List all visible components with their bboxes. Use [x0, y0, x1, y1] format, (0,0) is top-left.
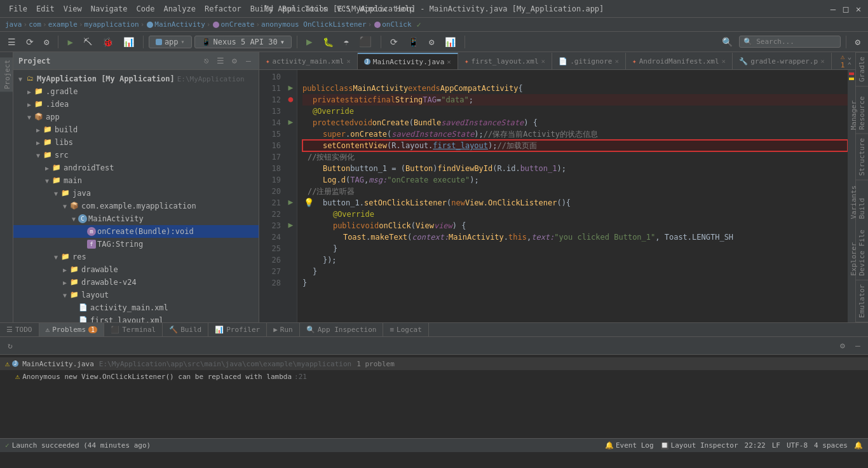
first-layout-link[interactable]: first_layout: [433, 140, 488, 151]
tab-run[interactable]: ▶ Run: [267, 323, 300, 336]
tab-problems[interactable]: ⚠ Problems 1: [39, 323, 105, 336]
tab-terminal[interactable]: ⬛ Terminal: [104, 323, 163, 336]
tree-app[interactable]: ▼ 📦 app: [13, 111, 259, 123]
project-tab[interactable]: Project: [0, 57, 13, 92]
toolbar-analyze-icon[interactable]: 🐞: [98, 36, 117, 48]
search-everywhere-btn[interactable]: 🔍: [718, 36, 736, 48]
warnings-indicator[interactable]: ⚠ 1 ⌄ ⌃: [837, 53, 855, 69]
avd-btn[interactable]: 📱: [404, 36, 423, 48]
tab-close-3[interactable]: ×: [541, 57, 546, 65]
tree-java[interactable]: ▼ 📁 java: [13, 187, 259, 200]
problem-file-row[interactable]: ⚠ J MainActivity.java E:\MyApplication\a…: [0, 357, 868, 370]
tab-close-5[interactable]: ×: [722, 57, 726, 65]
run-button[interactable]: ▶: [302, 34, 316, 49]
tab-close-1[interactable]: ×: [346, 57, 351, 65]
problems-settings[interactable]: ⚙: [837, 341, 848, 351]
sync-btn[interactable]: ⟳: [386, 36, 402, 48]
event-log-btn[interactable]: 🔔 Event Log: [605, 441, 654, 450]
encoding-btn[interactable]: UTF-8: [787, 441, 808, 450]
settings-btn[interactable]: ⚙: [851, 36, 864, 48]
warning-bulb-21[interactable]: 💡: [304, 197, 314, 209]
panel-minimize[interactable]: —: [243, 56, 254, 66]
bc-mainactivity[interactable]: MainActivity: [154, 20, 205, 29]
tab-close-4[interactable]: ×: [614, 57, 619, 65]
tree-src[interactable]: ▼ 📁 src: [13, 149, 259, 162]
tree-root[interactable]: ▼ 🗂 MyApplication [My Application] E:\My…: [13, 72, 259, 85]
tree-idea[interactable]: ▶ 📁 .idea: [13, 98, 259, 111]
tree-package[interactable]: ▼ 📦 com.example.myapplication: [13, 200, 259, 212]
panel-gear[interactable]: ⚙: [229, 56, 240, 66]
problems-close[interactable]: —: [853, 341, 863, 351]
menu-view[interactable]: View: [60, 3, 86, 15]
tree-tag[interactable]: f TAG:String: [13, 238, 259, 251]
toolbar-icon-3[interactable]: ⚙: [40, 36, 53, 48]
sdk-btn[interactable]: ⚙: [425, 36, 438, 48]
toolbar-icon-2[interactable]: ⟳: [22, 36, 37, 48]
device-selector[interactable]: 📱 Nexus 5 API 30 ▾: [194, 36, 292, 48]
tab-close-2[interactable]: ×: [447, 58, 451, 66]
tab-todo[interactable]: ☰ TODO: [0, 323, 39, 336]
tab-gitignore[interactable]: 📄 .gitignore ×: [552, 53, 626, 69]
tab-app-inspection[interactable]: 🔍 App Inspection: [300, 323, 384, 336]
menu-analyze[interactable]: Analyze: [159, 3, 200, 15]
tree-activity-main-xml[interactable]: 📄 activity_main.xml: [13, 301, 259, 314]
toolbar-run-icon[interactable]: ⛏: [79, 36, 96, 48]
tree-main[interactable]: ▼ 📁 main: [13, 174, 259, 187]
app-selector[interactable]: app ▾: [149, 36, 192, 48]
tab-gradle-wrapper[interactable]: 🔧 gradle-wrapper.p ×: [733, 53, 832, 69]
gradle-tab[interactable]: Gradle: [856, 52, 868, 86]
tab-mainactivity-java[interactable]: J MainActivity.java ×: [358, 53, 458, 69]
code-editor[interactable]: public class MainActivity extends AppCom…: [297, 70, 848, 322]
resource-manager-tab[interactable]: Resource Manager: [856, 86, 868, 134]
tab-close-6[interactable]: ×: [820, 57, 825, 65]
menu-code[interactable]: Code: [133, 3, 159, 15]
tab-first-layout-xml[interactable]: ✦ first_layout.xml ×: [458, 53, 552, 69]
tree-libs[interactable]: ▶ 📁 libs: [13, 136, 259, 149]
maximize-button[interactable]: □: [841, 4, 850, 13]
tree-res[interactable]: ▼ 📁 res: [13, 251, 259, 263]
menu-refactor[interactable]: Refactor: [201, 3, 245, 15]
build-variants-tab[interactable]: Build Variants: [856, 180, 868, 223]
menu-edit[interactable]: Edit: [32, 3, 58, 15]
panel-settings[interactable]: ☰: [215, 56, 226, 66]
tab-activity-main-xml[interactable]: ✦ activity_main.xml ×: [259, 53, 358, 69]
bc-oncreate[interactable]: onCreate: [220, 20, 254, 29]
tab-logcat[interactable]: ≡ Logcat: [383, 323, 428, 336]
bc-anon[interactable]: anonymous OnClickListener: [261, 20, 367, 29]
minimize-button[interactable]: —: [829, 4, 837, 13]
tree-drawable[interactable]: ▶ 📁 drawable: [13, 263, 259, 276]
panel-external-link[interactable]: ⎋: [201, 56, 212, 66]
structure-tab[interactable]: Structure: [856, 134, 868, 180]
tab-androidmanifest[interactable]: ✦ AndroidManifest.xml ×: [626, 53, 733, 69]
toolbar-debug-icon[interactable]: ▶: [64, 36, 76, 48]
stop-button[interactable]: ⬛: [355, 34, 376, 49]
tree-oncreate[interactable]: m onCreate(Bundle):void: [13, 225, 259, 238]
tree-layout[interactable]: ▼ 📁 layout: [13, 289, 259, 301]
menu-navigate[interactable]: Navigate: [87, 3, 132, 15]
notifications-btn[interactable]: 🔔: [854, 441, 863, 450]
close-button[interactable]: ✕: [854, 4, 863, 13]
profiler-btn[interactable]: 📊: [441, 36, 459, 48]
toolbar-profile-icon[interactable]: 📊: [119, 36, 138, 48]
emulator-tab[interactable]: Emulator: [856, 280, 868, 322]
tree-build[interactable]: ▶ 📁 build: [13, 123, 259, 136]
toolbar-icon-1[interactable]: ☰: [4, 36, 20, 48]
tab-profiler[interactable]: 📊 Profiler: [208, 323, 267, 336]
tree-drawable-v24[interactable]: ▶ 📁 drawable-v24: [13, 276, 259, 289]
bc-onclick[interactable]: onClick: [382, 20, 411, 29]
menu-file[interactable]: File: [5, 3, 31, 15]
debug-button[interactable]: 🐛: [319, 36, 337, 48]
tree-gradle[interactable]: ▶ 📁 .gradle: [13, 85, 259, 98]
bc-myapplication[interactable]: myapplication: [85, 20, 139, 29]
line-ending-btn[interactable]: LF: [772, 441, 780, 450]
search-box[interactable]: 🔍 Search...: [739, 36, 841, 48]
tree-androidtest[interactable]: ▶ 📁 androidTest: [13, 162, 259, 174]
bc-java[interactable]: java: [5, 20, 22, 29]
coverage-button[interactable]: ☂: [340, 36, 353, 48]
problem-row-1[interactable]: ⚠ Anonymous new View.OnClickListener() c…: [0, 370, 868, 383]
tree-first-layout-xml[interactable]: 📄 first_layout.xml: [13, 314, 259, 322]
indent-btn[interactable]: 4 spaces: [814, 441, 848, 450]
problems-refresh[interactable]: ↻: [5, 341, 15, 351]
bc-example[interactable]: example: [48, 20, 78, 29]
bc-com[interactable]: com: [29, 20, 41, 29]
